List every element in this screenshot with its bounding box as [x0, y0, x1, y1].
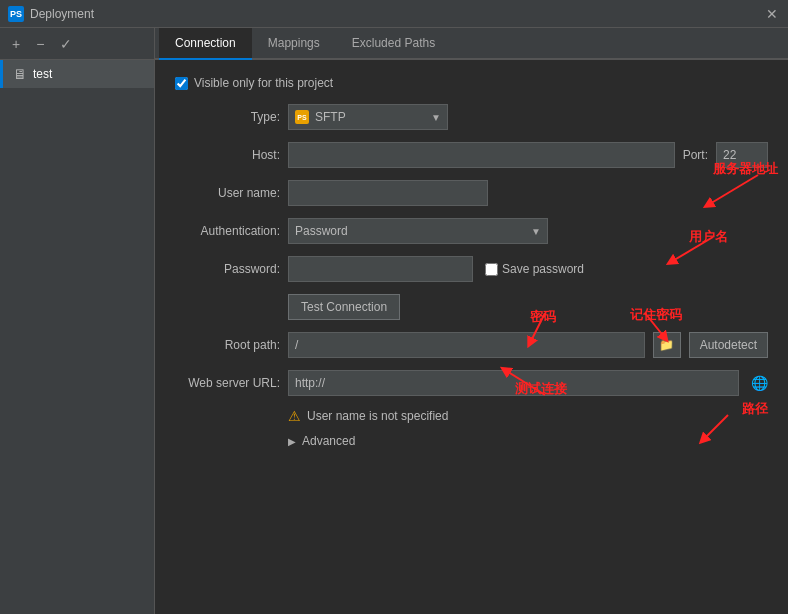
username-row: User name: — [175, 180, 768, 206]
type-row: Type: PS SFTP ▼ — [175, 104, 768, 130]
auth-value: Password — [295, 224, 348, 238]
port-label: Port: — [683, 148, 708, 162]
advanced-row[interactable]: ▶ Advanced — [288, 434, 768, 448]
sidebar: + − ✓ 🖥 test — [0, 28, 155, 614]
root-path-input[interactable] — [288, 332, 645, 358]
tabs-bar: Connection Mappings Excluded Paths — [155, 28, 788, 60]
main-container: + − ✓ 🖥 test Connection Mappings Exclude… — [0, 28, 788, 614]
app-logo: PS — [8, 6, 24, 22]
warning-text: User name is not specified — [307, 409, 448, 423]
window-title: Deployment — [30, 7, 764, 21]
close-button[interactable]: ✕ — [764, 6, 780, 22]
host-input[interactable] — [288, 142, 675, 168]
auth-row: Authentication: Password ▼ — [175, 218, 768, 244]
confirm-button[interactable]: ✓ — [56, 34, 76, 54]
type-label: Type: — [175, 110, 280, 124]
sidebar-item-test[interactable]: 🖥 test — [0, 60, 154, 88]
content-area: Connection Mappings Excluded Paths Visib… — [155, 28, 788, 614]
server-icon: 🖥 — [13, 66, 27, 82]
add-server-button[interactable]: + — [8, 34, 24, 54]
type-value: SFTP — [315, 110, 346, 124]
root-path-label: Root path: — [175, 338, 280, 352]
visible-only-checkbox[interactable] — [175, 77, 188, 90]
sidebar-toolbar: + − ✓ — [0, 28, 154, 60]
save-password-label: Save password — [502, 262, 584, 276]
warning-icon: ⚠ — [288, 408, 301, 424]
web-url-row: Web server URL: 🌐 — [175, 370, 768, 396]
browse-button[interactable]: 📁 — [653, 332, 681, 358]
advanced-label: Advanced — [302, 434, 355, 448]
auth-label: Authentication: — [175, 224, 280, 238]
folder-icon: 📁 — [659, 338, 674, 352]
title-bar: PS Deployment ✕ — [0, 0, 788, 28]
test-connection-row: Test Connection — [175, 294, 768, 320]
root-path-row: Root path: 📁 Autodetect — [175, 332, 768, 358]
save-password-container: Save password — [485, 262, 584, 276]
globe-icon: 🌐 — [751, 375, 768, 391]
warning-row: ⚠ User name is not specified — [288, 408, 768, 424]
tab-excluded-paths[interactable]: Excluded Paths — [336, 28, 451, 60]
password-input[interactable] — [288, 256, 473, 282]
advanced-arrow-icon: ▶ — [288, 436, 296, 447]
username-input[interactable] — [288, 180, 488, 206]
web-url-input[interactable] — [288, 370, 739, 396]
tab-connection[interactable]: Connection — [159, 28, 252, 60]
web-url-label: Web server URL: — [175, 376, 280, 390]
sidebar-item-label: test — [33, 67, 52, 81]
sftp-icon: PS — [295, 110, 309, 124]
form-area: Visible only for this project Type: PS S… — [155, 60, 788, 614]
autodetect-button[interactable]: Autodetect — [689, 332, 768, 358]
auth-dropdown[interactable]: Password ▼ — [288, 218, 548, 244]
host-label: Host: — [175, 148, 280, 162]
password-label: Password: — [175, 262, 280, 276]
save-password-checkbox[interactable] — [485, 263, 498, 276]
host-row: Host: Port: — [175, 142, 768, 168]
username-label: User name: — [175, 186, 280, 200]
type-dropdown[interactable]: PS SFTP ▼ — [288, 104, 448, 130]
password-row: Password: Save password — [175, 256, 768, 282]
visible-only-label: Visible only for this project — [194, 76, 333, 90]
type-dropdown-arrow: ▼ — [431, 112, 441, 123]
test-connection-button[interactable]: Test Connection — [288, 294, 400, 320]
auth-dropdown-arrow: ▼ — [531, 226, 541, 237]
tab-mappings[interactable]: Mappings — [252, 28, 336, 60]
visible-only-row: Visible only for this project — [175, 76, 768, 90]
port-input[interactable] — [716, 142, 768, 168]
remove-server-button[interactable]: − — [32, 34, 48, 54]
